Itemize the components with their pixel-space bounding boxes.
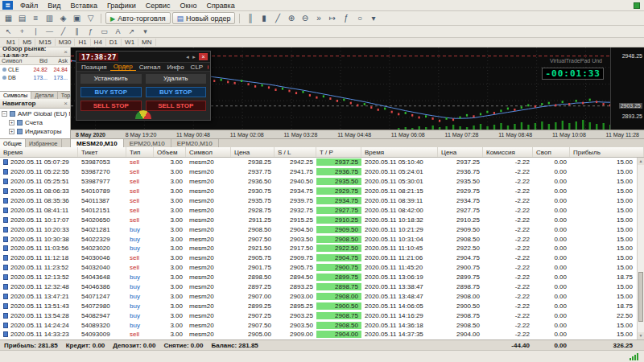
column-header[interactable]: Символ [0,58,29,64]
history-row[interactable]: 2020.05.11 05:22:5553987270sell3.00mesm2… [0,167,644,177]
trade-panel-tab-инфо[interactable]: Инфо [163,63,187,71]
chart-tab-epm20-m10[interactable]: EPM20,M10 [124,139,171,147]
chart-shift-button[interactable]: ↦ [325,13,339,24]
collapse-icon[interactable]: − [2,111,7,117]
history-row[interactable]: 2020.05.11 11:12:1854030046sell3.00mesm2… [0,253,644,263]
column-header[interactable]: Цена [231,147,275,157]
scroll-up-icon[interactable]: ▲ [638,158,644,165]
market-watch-button[interactable]: ≡ [29,13,43,24]
history-row[interactable]: 2020.05.11 12:32:4854046386buy3.00mesm20… [0,282,644,292]
timeframe-mn[interactable]: MN [138,39,155,46]
column-header[interactable]: Время [0,147,78,157]
toolbox-button[interactable]: ▣ [70,13,84,24]
auto-scroll-button[interactable]: » [312,13,325,24]
strategy-tester-button[interactable]: ▽ [84,13,97,24]
column-header[interactable]: Тип [126,147,154,157]
set-buy-stop-button[interactable]: BUY STOP [80,87,142,97]
delete-sell-stop-button[interactable]: SELL STOP [146,101,207,111]
trade-panel-tab-ордер[interactable]: Ордер [110,63,136,71]
close-icon[interactable]: × [64,48,68,56]
close-icon[interactable]: × [199,53,208,60]
trade-panel-titlebar[interactable]: 17:38:27 ◄ ► × [76,51,210,62]
more-tools-button[interactable]: ▾ [138,26,152,37]
market-watch-row[interactable]: DB173...173... [0,73,70,81]
column-header[interactable]: Тикет [78,147,126,157]
data-window-button[interactable]: ▥ [43,13,56,24]
navigator-item[interactable]: +Счета [0,118,70,127]
history-row[interactable]: 2020.05.11 12:13:5254043648buy3.00mesm20… [0,273,644,282]
close-icon[interactable]: × [64,100,68,107]
column-header[interactable]: S / L [275,147,316,157]
market-watch-row[interactable]: CLE24.8224.84 [0,65,70,73]
column-header[interactable]: Символ [186,147,231,157]
fibonacci-button[interactable]: ƒ [84,26,97,37]
menu-item[interactable]: Сервис [141,2,175,10]
auto-trading-button[interactable]: Авто-торговля [105,12,171,24]
horizontal-line-button[interactable]: — [43,26,56,37]
history-row[interactable]: 2020.05.11 08:06:3354010789sell3.00mesm2… [0,187,644,196]
channel-button[interactable]: ∥ [70,26,84,37]
history-row[interactable]: 2020.05.11 11:23:5254032040sell3.00mesm2… [0,263,644,273]
trendline-button[interactable]: ╱ [56,26,70,37]
tab--[interactable]: Общие [0,139,26,147]
arrow-button[interactable]: ↗ [125,26,138,37]
expand-icon[interactable]: + [9,120,14,125]
history-row[interactable]: 2020.05.11 05:07:2953987053sell3.00mesm2… [0,158,644,167]
column-header[interactable]: Своп [533,147,570,157]
cursor-button[interactable]: ↖ [2,26,15,37]
timeframe-h4[interactable]: H4 [91,39,106,46]
column-header[interactable]: Прибыль [570,147,644,157]
history-row[interactable]: 2020.05.11 14:24:2454089320buy3.00mesm20… [0,320,644,330]
column-header[interactable]: Комиссия [483,147,533,157]
tab--[interactable]: Детали [31,92,57,99]
text-button[interactable]: A [111,26,125,37]
new-chart-button[interactable]: ▦ [2,13,15,24]
menu-item[interactable]: Файл [15,2,43,10]
history-row[interactable]: 2020.05.11 10:30:3854022329buy3.00mesm20… [0,234,644,244]
column-header[interactable]: Ask [49,58,69,64]
templates-button[interactable]: ▾ [366,13,380,24]
periods-button[interactable]: ○ [353,13,366,24]
navigator-item[interactable]: +Индикаторы [0,127,70,136]
column-header[interactable]: T / P [316,147,361,157]
timeframe-w1[interactable]: W1 [122,39,138,46]
shapes-button[interactable]: ▭ [97,26,111,37]
column-header[interactable]: Bid [29,58,49,64]
scrollbar-thumb[interactable] [638,272,643,322]
column-header[interactable]: Цена [438,147,483,157]
history-row[interactable]: 2020.05.11 11:03:5654023020buy3.00mesm20… [0,244,644,253]
chart-tab-epm20-m10[interactable]: EPM20,M10 [171,139,219,147]
history-row[interactable]: 2020.05.11 05:25:5153987977sell3.00mesm2… [0,177,644,187]
navigator-item[interactable]: −AMP Global (EU) MT5 [0,109,70,118]
history-row[interactable]: 2020.05.11 08:35:3654011387sell3.00mesm2… [0,196,644,206]
history-row[interactable]: 2020.05.11 14:33:2354093009sell3.00mesm2… [0,330,644,339]
trade-panel-tab-сигнал[interactable]: Сигнал [136,63,164,71]
zoom-in-button[interactable]: ⊕ [284,13,298,24]
timeframe-d1[interactable]: D1 [106,39,122,46]
menu-item[interactable]: Окно [175,2,202,10]
timeframe-h1[interactable]: H1 [75,39,90,46]
column-header[interactable]: Время [361,147,438,157]
line-chart-button[interactable]: ╱ [270,13,284,24]
vertical-line-button[interactable]: | [29,26,43,37]
navigator-button[interactable]: ◈ [56,13,70,24]
history-row[interactable]: 2020.05.11 13:51:4354072980buy3.00mesm20… [0,301,644,311]
delete-buy-stop-button[interactable]: BUY STOP [146,87,207,97]
chart-tab-mesm20-m10[interactable]: MESM20,M10 [71,139,124,147]
trade-panel-tab-clp[interactable]: CLP [188,63,207,71]
prev-page-icon[interactable]: ◄ [185,55,190,60]
tab--[interactable]: Символы [0,92,31,99]
history-row[interactable]: 2020.05.11 10:17:0754020650sell3.00mesm2… [0,215,644,224]
tab--[interactable]: Избранное [26,139,61,147]
next-page-icon[interactable]: ► [192,55,196,60]
column-header[interactable]: Объем [154,147,186,157]
set-sell-stop-button[interactable]: SELL STOP [80,101,142,111]
profiles-button[interactable]: ▤ [15,13,29,24]
menu-item[interactable]: Графики [102,2,141,10]
trade-panel-tab-позиция[interactable]: Позиция [78,63,110,71]
indicators-button[interactable]: ƒ [339,13,353,24]
expand-icon[interactable]: + [9,129,14,134]
crosshair-button[interactable]: + [15,26,29,37]
history-row[interactable]: 2020.05.11 13:47:2154071247buy3.00mesm20… [0,291,644,301]
menu-item[interactable]: Справка [201,2,239,10]
